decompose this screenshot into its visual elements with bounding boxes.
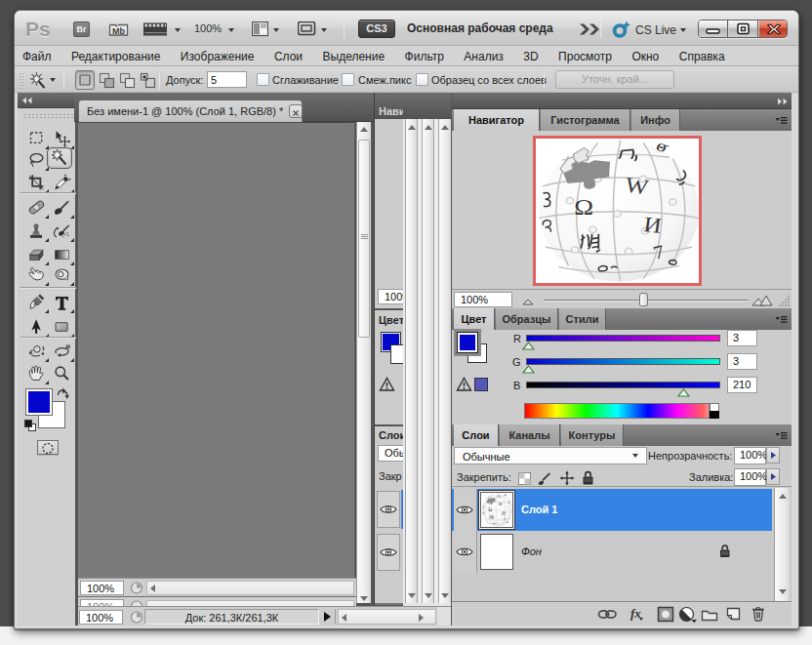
- tab-info[interactable]: Инфо: [631, 109, 680, 131]
- layer-style-icon[interactable]: fx: [630, 606, 641, 622]
- smudge-tool[interactable]: [25, 264, 47, 285]
- toolbox-grip[interactable]: [23, 113, 74, 119]
- document-canvas[interactable]: [78, 122, 354, 579]
- layer-row-2[interactable]: Фон: [452, 531, 772, 573]
- menu-help[interactable]: Справка: [671, 47, 733, 63]
- fill-spinner[interactable]: [766, 468, 780, 485]
- menu-file[interactable]: Файл: [15, 47, 60, 63]
- color-spectrum-ramp[interactable]: [524, 403, 710, 419]
- toolbox-header[interactable]: [18, 93, 75, 108]
- lock-pixels-icon[interactable]: [537, 471, 552, 486]
- statusbar-zoom-field[interactable]: 100%: [79, 610, 123, 625]
- selection-mode-subtract-button[interactable]: [118, 71, 137, 90]
- layer2-name[interactable]: Фон: [521, 545, 542, 557]
- cs-live-label[interactable]: CS Live: [635, 23, 676, 37]
- delete-layer-icon[interactable]: [751, 605, 766, 623]
- blue-slider-thumb[interactable]: [677, 388, 690, 397]
- hand-tool[interactable]: [25, 363, 47, 383]
- zoom-tool[interactable]: [51, 363, 72, 383]
- gamut-warning-icon[interactable]: [456, 377, 472, 392]
- lock-position-icon[interactable]: [559, 470, 575, 486]
- ghost-scrollbar-2[interactable]: [422, 119, 434, 603]
- ramp-white-swatch[interactable]: [710, 403, 719, 411]
- shape-tool[interactable]: [51, 316, 72, 337]
- menu-layers[interactable]: Слои: [266, 47, 310, 63]
- tab-color[interactable]: Цвет: [454, 308, 495, 330]
- swap-colors-icon[interactable]: [56, 387, 69, 400]
- view-extras-arrow[interactable]: [273, 28, 279, 32]
- menu-select[interactable]: Выделение: [315, 47, 393, 63]
- layer-row-1[interactable]: Слой 1: [452, 489, 772, 531]
- menu-image[interactable]: Изображение: [173, 47, 263, 63]
- ramp-black-swatch[interactable]: [710, 411, 719, 419]
- hscroll-left-arrow[interactable]: [150, 585, 155, 592]
- magic-wand-tool-preset-icon[interactable]: [28, 72, 48, 91]
- pen-tool[interactable]: [25, 292, 47, 312]
- scroll-down-arrow[interactable]: [360, 596, 368, 601]
- menu-3d[interactable]: 3D: [515, 47, 546, 63]
- magic-wand-tool-selected[interactable]: [47, 147, 72, 169]
- green-slider-track[interactable]: [526, 358, 720, 365]
- refine-edge-button[interactable]: Уточн. край...: [555, 70, 674, 89]
- menu-filter[interactable]: Фильтр: [397, 47, 452, 63]
- selection-mode-add-button[interactable]: [98, 71, 116, 90]
- layers-scroll-up-arrow[interactable]: [779, 494, 787, 499]
- cs-live-icon[interactable]: [612, 20, 630, 38]
- navigator-zoom-slider-thumb[interactable]: [639, 293, 648, 306]
- blue-value-box[interactable]: 210: [727, 377, 757, 393]
- minimize-button[interactable]: [699, 20, 728, 37]
- workspace-overflow-chevrons[interactable]: [579, 23, 600, 35]
- tab-histogram[interactable]: Гистограмма: [541, 109, 630, 131]
- tool-preset-arrow[interactable]: [50, 78, 56, 82]
- layers-scroll-down-arrow[interactable]: [779, 589, 787, 594]
- ghost-scrollbar-3[interactable]: [438, 119, 451, 603]
- collapse-toolbox-icon[interactable]: [21, 97, 33, 104]
- healing-brush-tool[interactable]: [25, 197, 47, 218]
- tab-channels[interactable]: Каналы: [500, 424, 560, 446]
- add-mask-icon[interactable]: [657, 606, 674, 623]
- tab-styles[interactable]: Стили: [559, 308, 606, 330]
- selection-mode-new-button[interactable]: [75, 70, 95, 90]
- document-hscroll-track[interactable]: [146, 581, 354, 595]
- eyedropper-tool[interactable]: [51, 172, 72, 192]
- move-tool[interactable]: [51, 128, 72, 148]
- layers-panel-menu-icon[interactable]: [775, 431, 791, 441]
- new-group-icon[interactable]: [701, 607, 719, 622]
- color-fg-swatch[interactable]: [457, 332, 478, 353]
- red-slider-thumb[interactable]: [522, 342, 535, 350]
- status-timer-icon[interactable]: [129, 581, 144, 595]
- ghost-scrollbar-1[interactable]: [405, 119, 418, 603]
- ghost1-scroll-down-arrow[interactable]: [408, 593, 416, 598]
- zoom-out-icon[interactable]: [522, 298, 535, 305]
- lock-transparency-icon[interactable]: [518, 472, 531, 485]
- layers-scrollbar[interactable]: [774, 488, 790, 601]
- link-layers-icon[interactable]: [597, 609, 618, 620]
- layer2-visibility-toggle[interactable]: [454, 531, 477, 573]
- status-popup-button[interactable]: [319, 609, 336, 625]
- bridge-button[interactable]: Br: [73, 21, 90, 37]
- navigator-panel-menu-icon[interactable]: [775, 116, 791, 126]
- collapse-dock-icon[interactable]: [777, 98, 789, 105]
- zoom-level-arrow[interactable]: [228, 28, 234, 32]
- mobile-button[interactable]: Mb: [108, 21, 129, 37]
- menu-view[interactable]: Просмотр: [550, 47, 620, 63]
- arrange-documents-arrow[interactable]: [175, 28, 181, 32]
- eraser-tool[interactable]: [25, 244, 47, 264]
- view-extras-icon[interactable]: [252, 21, 268, 37]
- cs-live-arrow[interactable]: [680, 28, 686, 32]
- document-tab-close-button[interactable]: [289, 104, 303, 118]
- workspace-switcher[interactable]: Основная рабочая среда: [407, 21, 553, 35]
- maximize-button[interactable]: [729, 20, 758, 37]
- ghost2-scroll-down-arrow[interactable]: [425, 593, 432, 598]
- crop-tool[interactable]: [25, 172, 47, 192]
- brush-tool[interactable]: [51, 197, 72, 218]
- close-button[interactable]: [759, 20, 788, 37]
- type-tool[interactable]: [51, 292, 72, 312]
- scroll-up-arrow[interactable]: [360, 127, 368, 132]
- foreground-color-swatch[interactable]: [25, 388, 53, 416]
- document-zoom-field[interactable]: 100%: [80, 581, 124, 595]
- zoom-level-control[interactable]: 100%: [194, 22, 222, 34]
- lock-all-icon[interactable]: [581, 469, 595, 486]
- opacity-spinner[interactable]: [766, 447, 780, 464]
- 3d-orbit-tool[interactable]: [51, 341, 72, 361]
